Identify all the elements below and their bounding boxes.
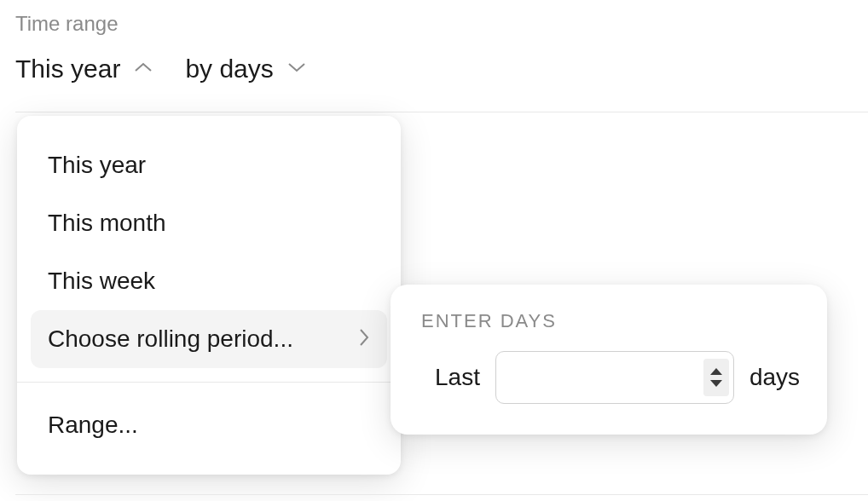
menu-item-range[interactable]: Range... [17, 396, 401, 454]
menu-item-label: This year [48, 152, 146, 179]
quantity-stepper[interactable] [703, 359, 729, 396]
divider [15, 112, 868, 112]
submenu-prefix: Last [435, 364, 480, 391]
days-input[interactable] [495, 351, 734, 404]
chevron-up-icon [134, 61, 153, 77]
menu-divider [17, 382, 401, 383]
granularity-selector[interactable]: by days [185, 55, 305, 84]
submenu-suffix: days [749, 364, 800, 391]
divider [15, 494, 868, 495]
menu-item-this-week[interactable]: This week [17, 252, 401, 310]
time-range-dropdown: This year This month This week Choose ro… [17, 116, 401, 475]
submenu-title: ENTER DAYS [421, 310, 796, 332]
time-range-selector[interactable]: This year [15, 55, 153, 84]
chevron-right-icon [358, 325, 370, 353]
menu-item-label: Range... [48, 412, 138, 439]
granularity-text: by days [185, 55, 273, 84]
rolling-period-submenu: ENTER DAYS Last days [391, 285, 827, 435]
menu-item-this-month[interactable]: This month [17, 194, 401, 252]
menu-item-this-year[interactable]: This year [17, 136, 401, 194]
section-label: Time range [15, 12, 119, 36]
menu-item-label: Choose rolling period... [48, 325, 293, 353]
menu-item-rolling-period[interactable]: Choose rolling period... [31, 310, 387, 368]
time-range-text: This year [15, 55, 120, 84]
menu-item-label: This month [48, 210, 166, 237]
stepper-down-icon [710, 380, 722, 387]
chevron-down-icon [287, 61, 306, 77]
menu-item-label: This week [48, 268, 155, 295]
stepper-up-icon [710, 368, 722, 375]
